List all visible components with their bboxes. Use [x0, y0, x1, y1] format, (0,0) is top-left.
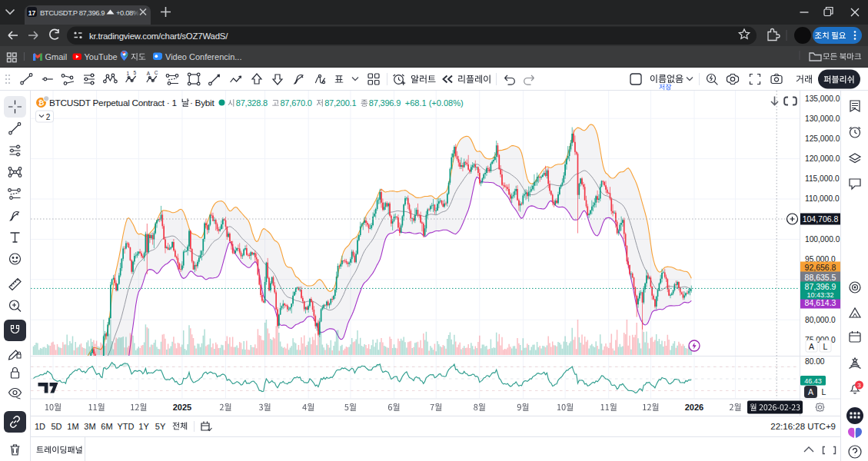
svg-text:A: A — [808, 387, 813, 396]
svg-text:104,706.8: 104,706.8 — [803, 214, 839, 224]
svg-text:100,000.0: 100,000.0 — [805, 235, 840, 244]
svg-text:5: 5 — [134, 70, 137, 75]
svg-text:46.43: 46.43 — [804, 377, 822, 385]
svg-text:+68.1 (+0.08%): +68.1 (+0.08%) — [405, 98, 464, 108]
svg-text:1: 1 — [127, 71, 130, 76]
svg-text:BTCUSDT Perpetual Contract · 1: BTCUSDT Perpetual Contract · 1 — [49, 98, 177, 108]
svg-text:2: 2 — [46, 113, 51, 121]
svg-text:A: A — [147, 71, 151, 76]
svg-text:₿: ₿ — [38, 98, 45, 107]
svg-text:YouTube: YouTube — [85, 52, 118, 61]
svg-text:10:43:32: 10:43:32 — [806, 291, 833, 299]
svg-text:17: 17 — [28, 9, 36, 17]
svg-text:Video Conferencin...: Video Conferencin... — [165, 52, 241, 61]
svg-text:A: A — [809, 342, 814, 351]
svg-text:1D: 1D — [35, 422, 45, 431]
svg-text:kr.tradingview.com/chart/sOZ7W: kr.tradingview.com/chart/sOZ7WadS/ — [89, 32, 228, 41]
svg-text:1M: 1M — [67, 422, 78, 431]
svg-text:C: C — [155, 70, 158, 75]
svg-text:· Bybit: · Bybit — [190, 98, 215, 108]
svg-text:L: L — [822, 387, 826, 396]
svg-text:YTD: YTD — [118, 422, 135, 431]
svg-text:2026: 2026 — [685, 403, 703, 412]
svg-text:87,200.1: 87,200.1 — [324, 98, 356, 108]
svg-text:2025: 2025 — [173, 403, 191, 412]
svg-text:3M: 3M — [84, 422, 95, 431]
svg-text:L: L — [823, 342, 828, 351]
svg-text:3: 3 — [857, 382, 861, 389]
svg-text:87,670.0: 87,670.0 — [280, 98, 311, 108]
svg-text:80,000.0: 80,000.0 — [805, 316, 836, 324]
svg-text:115,000.0: 115,000.0 — [805, 174, 840, 183]
svg-text:110,000.0: 110,000.0 — [805, 194, 840, 203]
svg-text:Gmail: Gmail — [45, 52, 68, 61]
svg-text:135,000.0: 135,000.0 — [805, 95, 840, 103]
svg-text:5Y: 5Y — [155, 422, 166, 431]
svg-text:125,000.0: 125,000.0 — [805, 134, 840, 143]
svg-text:130,000.0: 130,000.0 — [805, 114, 840, 123]
svg-text:88,635.5: 88,635.5 — [805, 273, 836, 282]
svg-text:BTCUSDT.P 87,396.9: BTCUSDT.P 87,396.9 — [40, 8, 105, 17]
svg-text:92,656.8: 92,656.8 — [805, 263, 836, 272]
svg-text:1Y: 1Y — [138, 422, 149, 431]
svg-text:87,396.9: 87,396.9 — [369, 98, 401, 108]
svg-text:5D: 5D — [51, 422, 62, 431]
svg-text:87,396.9: 87,396.9 — [805, 282, 836, 291]
svg-text:6M: 6M — [101, 422, 112, 431]
svg-text:87,328.8: 87,328.8 — [236, 98, 268, 108]
svg-text:22:16:28 UTC+9: 22:16:28 UTC+9 — [770, 422, 836, 431]
svg-text:80.00: 80.00 — [805, 357, 825, 366]
svg-text:120,000.0: 120,000.0 — [805, 154, 840, 163]
